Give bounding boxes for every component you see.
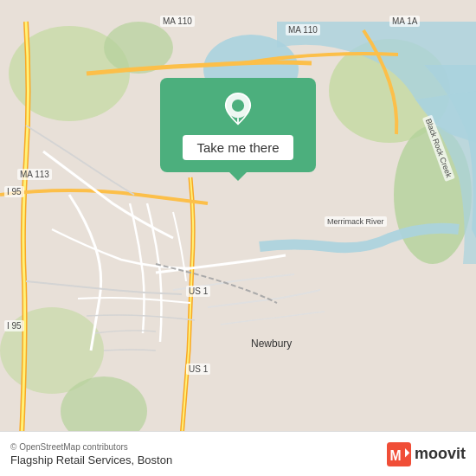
road-label-i95-1: I 95 (4, 186, 24, 197)
road-label-us1-1: US 1 (186, 286, 210, 297)
road-label-i95-2: I 95 (4, 320, 24, 331)
location-pin-icon (221, 92, 255, 126)
map-popup: Take me there (160, 78, 316, 172)
svg-text:M: M (389, 448, 401, 463)
bottom-bar: © OpenStreetMap contributors Flagship Re… (0, 431, 476, 476)
road-label-merrimack-river: Merrimack River (325, 216, 387, 227)
moovit-text: moovit (415, 445, 466, 463)
moovit-icon: M (387, 442, 411, 466)
location-name: Flagship Retail Services, Boston (10, 453, 172, 466)
map-svg (0, 0, 476, 476)
road-label-ma113: MA 113 (17, 169, 52, 180)
moovit-logo: M moovit (387, 442, 466, 466)
bottom-left-info: © OpenStreetMap contributors Flagship Re… (10, 442, 172, 466)
road-label-ma110-1: MA 110 (160, 16, 195, 27)
city-label-newbury: Newbury (251, 338, 292, 350)
copyright-text: © OpenStreetMap contributors (10, 442, 172, 452)
map-container: MA 110 MA 110 MA 1A MA 113 I 95 US 1 US … (0, 0, 476, 476)
road-label-ma110-2: MA 110 (286, 24, 320, 35)
road-label-us1-2: US 1 (186, 363, 210, 375)
svg-point-9 (232, 100, 244, 112)
take-me-there-button[interactable]: Take me there (183, 135, 293, 160)
road-label-ma1a: MA 1A (389, 16, 420, 27)
